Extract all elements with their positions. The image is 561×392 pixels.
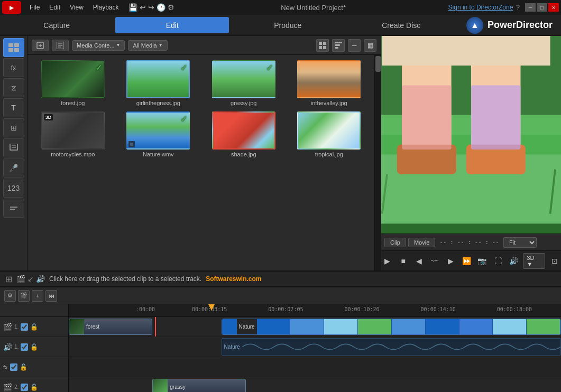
clip-mode-btn[interactable]: Clip <box>384 238 406 247</box>
media-thumb-tropical[interactable] <box>297 111 361 150</box>
main-area: fx ⧖ T ⊞ 🎤 123 <box>0 36 561 270</box>
clip-forest[interactable]: forest <box>69 319 152 335</box>
filter-btn[interactable]: ─ <box>348 39 361 52</box>
media-panel: Media Conte... ▼ All Media ▼ ─ ▦ <box>27 36 381 270</box>
maximize-button[interactable]: □ <box>537 3 547 12</box>
next-frame-button[interactable]: ▶ <box>444 255 457 267</box>
media-thumb-girl[interactable]: ✓ <box>126 60 190 98</box>
track-lock-v2[interactable]: 🔓 <box>30 384 38 391</box>
snapshot-button[interactable]: 📷 <box>476 255 489 267</box>
sidebar-btn-transitions[interactable]: ⧖ <box>3 78 24 97</box>
track-body-v1: forest Nature <box>69 317 561 337</box>
play-button[interactable]: ▶ <box>381 255 394 267</box>
svg-rect-22 <box>335 44 340 46</box>
clip-grassy[interactable]: grassy <box>152 379 246 392</box>
media-thumb-shade[interactable] <box>212 111 275 150</box>
import-btn[interactable] <box>32 40 49 51</box>
drag-area[interactable]: ⊞ 🎬 ↙ 🔊 Click here or drag the selected … <box>0 270 561 287</box>
app-name: PowerDirector <box>488 20 553 31</box>
timeline-jump-start-btn[interactable]: ⏮ <box>45 290 57 302</box>
list-item[interactable]: ✓ forest.jpg <box>33 60 113 106</box>
list-item[interactable]: inthevalley.jpg <box>289 60 370 106</box>
tab-produce[interactable]: Produce <box>231 15 344 35</box>
clip-nature-v[interactable]: Nature <box>222 319 561 335</box>
sign-in-link[interactable]: Sign in to DirectorZone <box>448 4 513 11</box>
media-thumb-forest[interactable]: ✓ <box>41 60 105 98</box>
sidebar-btn-music[interactable]: 123 <box>3 179 24 198</box>
fullscreen-button[interactable]: ⛶ <box>492 255 504 267</box>
fit-select[interactable]: Fit 100% 75% <box>503 237 537 248</box>
sidebar-btn-media[interactable] <box>3 38 24 57</box>
content-dropdown[interactable]: Media Conte... ▼ <box>72 40 125 51</box>
svg-rect-34 <box>471 86 521 150</box>
redo-icon[interactable]: ↪ <box>148 3 154 12</box>
sort-btn[interactable] <box>332 39 345 52</box>
wave-button[interactable]: 〰 <box>428 255 441 267</box>
track-body-fx <box>69 357 561 377</box>
timeline-add-track-btn[interactable]: + <box>32 290 43 302</box>
track-label: 2. <box>14 384 19 390</box>
media-filename: tropical.jpg <box>315 151 343 157</box>
tab-create-disc[interactable]: Create Disc <box>344 15 457 35</box>
help-icon[interactable]: ? <box>516 4 520 11</box>
menu-edit[interactable]: Edit <box>45 3 65 12</box>
track-lock-fx[interactable]: 🔓 <box>20 363 27 371</box>
sidebar-btn-titles[interactable]: T <box>3 98 24 117</box>
grid-view-btn[interactable] <box>316 39 329 52</box>
tab-edit[interactable]: Edit <box>115 17 228 33</box>
tab-capture[interactable]: Capture <box>0 15 113 35</box>
close-button[interactable]: ✕ <box>548 3 559 12</box>
sidebar-btn-voice[interactable]: 🎤 <box>3 158 24 178</box>
detach-button[interactable]: ⊡ <box>548 255 561 267</box>
menu-view[interactable]: View <box>66 3 88 12</box>
list-item[interactable]: ✓ Nature.wmv <box>118 111 199 157</box>
media-thumb-moto[interactable]: 3D <box>41 111 105 150</box>
track-lock-a1[interactable]: 🔓 <box>30 343 38 351</box>
media-thumb-valley[interactable] <box>297 60 361 98</box>
track-lock-v1[interactable]: 🔓 <box>30 323 38 331</box>
fast-forward-button[interactable]: ⏩ <box>460 255 473 267</box>
menu-playback[interactable]: Playback <box>89 3 123 12</box>
track-visibility-v2[interactable] <box>21 384 28 391</box>
prev-frame-button[interactable]: ◀ <box>413 255 426 267</box>
sidebar-btn-pip[interactable]: ⊞ <box>3 118 24 137</box>
timeline-view-btn[interactable]: 🎬 <box>18 290 30 302</box>
clip-nature-audio[interactable]: Nature <box>222 338 561 356</box>
filter-dropdown[interactable]: All Media ▼ <box>128 40 167 51</box>
track-visibility-fx[interactable] <box>10 363 17 371</box>
svg-rect-0 <box>8 43 13 47</box>
media-thumb-grassy[interactable]: ✓ <box>212 60 275 98</box>
movie-mode-btn[interactable]: Movie <box>408 238 435 247</box>
media-thumb-nature[interactable]: ✓ <box>126 111 190 150</box>
menu-file[interactable]: File <box>25 3 44 12</box>
track-label: 1. <box>14 324 19 330</box>
track-header-fx: fx 🔓 <box>0 357 69 377</box>
more-btn[interactable]: ▦ <box>364 39 376 52</box>
track-visibility-v1[interactable] <box>21 323 28 331</box>
list-item[interactable]: tropical.jpg <box>289 111 370 157</box>
save-icon[interactable]: 💾 <box>128 3 137 12</box>
media-scrollbar[interactable] <box>374 55 381 270</box>
scrollbar-thumb[interactable] <box>375 56 381 72</box>
track-header-v1: 🎬 1. 🔓 <box>0 317 69 337</box>
clip-label-forest: forest <box>84 324 102 330</box>
3d-toggle[interactable]: 3D ▼ <box>523 253 545 269</box>
timeline-settings-btn[interactable]: ⚙ <box>4 290 16 302</box>
list-item[interactable]: 3D motorcycles.mpo <box>33 111 113 157</box>
content-library-btn[interactable] <box>52 40 69 51</box>
minimize-button[interactable]: ─ <box>525 3 536 12</box>
undo-icon[interactable]: ↩ <box>140 3 146 12</box>
sidebar-btn-chapters[interactable] <box>3 138 24 157</box>
stop-button[interactable]: ■ <box>397 255 410 267</box>
track-visibility-a1[interactable] <box>21 343 28 351</box>
settings-icon[interactable]: ⚙ <box>168 3 174 12</box>
list-item[interactable]: shade.jpg <box>204 111 284 157</box>
media-filename: forest.jpg <box>61 100 85 106</box>
sign-in-area[interactable]: Sign in to DirectorZone ? <box>448 4 520 11</box>
sidebar-btn-subtitles[interactable] <box>3 199 24 218</box>
list-item[interactable]: ✓ girlinthegrass.jpg <box>118 60 199 106</box>
playhead-marker <box>208 304 215 311</box>
audio-button[interactable]: 🔊 <box>508 255 520 267</box>
list-item[interactable]: ✓ grassy.jpg <box>204 60 284 106</box>
sidebar-btn-fx[interactable]: fx <box>3 58 24 77</box>
